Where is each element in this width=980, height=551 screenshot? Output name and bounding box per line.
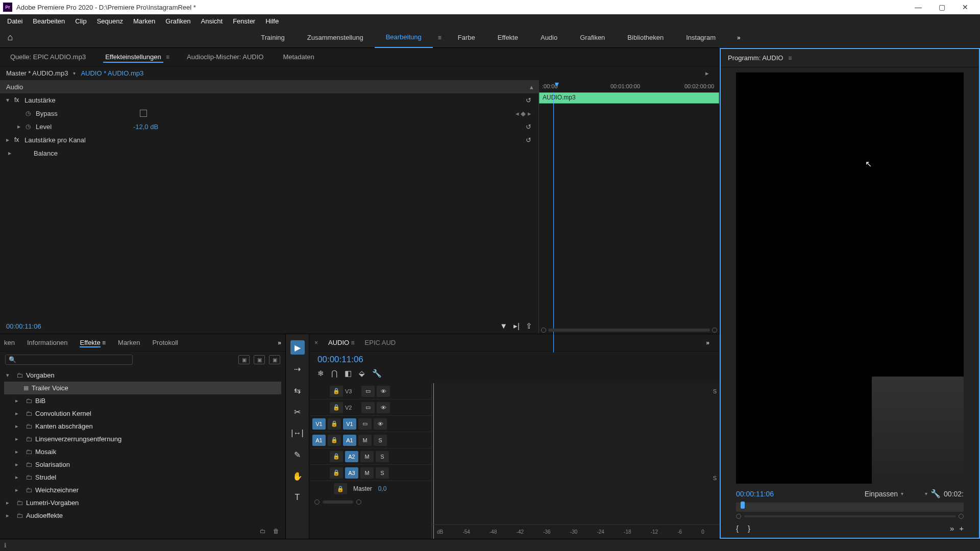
zoom-handle-right[interactable] [356,499,361,505]
eye-icon[interactable]: 👁 [374,418,387,430]
tree-bib[interactable]: ▸🗀BiB [4,394,281,407]
ws-instagram[interactable]: Instagram [675,28,727,48]
zoom-handle-right[interactable] [712,328,717,333]
source-patch-v1[interactable]: V1 [312,418,326,430]
menu-grafiken[interactable]: Grafiken [160,17,195,25]
tab-menu-icon[interactable]: ≡ [166,54,169,61]
program-scrubber[interactable] [736,503,964,512]
linked-selection-icon[interactable]: ◧ [345,369,352,378]
ws-training[interactable]: Training [250,28,296,48]
ec-row-balance[interactable]: ▸ Balance [0,146,538,160]
new-bin-icon[interactable]: 🗀 [260,528,266,535]
menu-hilfe[interactable]: Hilfe [260,17,284,25]
stopwatch-icon[interactable]: ◷ [26,123,36,130]
tree-linsen[interactable]: ▸🗀Linsenverzerrungsentfernung [4,433,281,445]
menu-datei[interactable]: Datei [2,17,28,25]
playhead-icon[interactable]: ▼ [553,80,560,88]
selection-tool-icon[interactable]: ▶ [290,340,305,355]
wrench-icon[interactable]: 🔧 [930,489,941,498]
track-v1[interactable]: V1 🔒 V1 ▭ 👁 [309,416,431,432]
playhead-line[interactable] [433,383,434,539]
play-icon[interactable]: ▸ [705,69,709,77]
track-master[interactable]: 🔒 Master 0,0 [309,481,431,496]
tree-convolution[interactable]: ▸🗀Convolution Kernel [4,407,281,420]
hand-tool-icon[interactable]: ✋ [290,469,305,483]
tabs-overflow-icon[interactable]: » [706,339,715,346]
track-a3[interactable]: 🔒 A3 M S [309,465,431,481]
ws-menu-icon[interactable]: ≡ [433,34,447,41]
delete-icon[interactable]: 🗑 [273,528,279,535]
ec-mini-timeline[interactable]: :00:00 00:01:00:00 00:02:00:00 ▼ AUDIO.m… [538,80,719,334]
tree-lumetri[interactable]: ▸🗀Lumetri-Vorgaben [4,496,281,509]
tree-trailer-voice[interactable]: ▦Trailer Voice [4,382,281,394]
ec-row-lautstaerke[interactable]: ▾ fx Lautstärke ↺ [0,93,538,107]
mute-button[interactable]: M [358,435,372,446]
maximize-button[interactable]: ▢ [930,0,953,14]
tree-kanten[interactable]: ▸🗀Kanten abschrägen [4,420,281,433]
tab-menu-icon[interactable]: ≡ [351,339,355,346]
timeline-tab-audio[interactable]: AUDIO [328,339,349,346]
marker-icon[interactable]: ⬙ [359,369,365,378]
chevron-down-icon[interactable]: ▾ [901,491,903,496]
track-select-tool-icon[interactable]: ⇢ [290,362,305,376]
master-value[interactable]: 0,0 [378,485,387,492]
track-target-v1[interactable]: V1 [343,418,356,430]
expand-icon[interactable]: ▸ [8,149,16,157]
solo-button[interactable]: S [376,451,389,462]
lock-icon[interactable]: 🔒 [330,386,343,397]
tree-weichzeichner[interactable]: ▸🗀Weichzeichner [4,484,281,496]
effects-search[interactable]: 🔍 [5,355,133,365]
bypass-checkbox[interactable] [140,110,147,117]
close-button[interactable]: ✕ [953,0,977,14]
program-viewer[interactable]: ↖ [736,72,964,484]
yuv-badge-icon[interactable]: ▣ [269,355,280,364]
expand-icon[interactable]: ▾ [6,96,14,104]
tab-source[interactable]: Quelle: EPIC AUDIO.mp3 [8,52,88,62]
lock-icon[interactable]: 🔒 [330,467,343,479]
settings-icon[interactable]: 🔧 [372,369,382,378]
tab-truncated[interactable]: ken [4,339,15,346]
track-target-a1[interactable]: A1 [343,435,356,446]
solo-button[interactable]: S [376,467,389,479]
zoom-handle[interactable] [959,514,964,519]
slip-tool-icon[interactable]: |↔| [290,426,305,440]
ws-overflow-icon[interactable]: » [727,34,751,41]
keyframe-nav[interactable]: ◂ ◆ ▸ [516,110,531,117]
ec-zoom-scrollbar[interactable] [539,327,719,334]
type-tool-icon[interactable]: T [290,490,305,505]
tab-protokoll[interactable]: Protokoll [152,339,178,346]
tab-marken[interactable]: Marken [118,339,140,346]
mute-button[interactable]: M [360,467,374,479]
ripple-edit-tool-icon[interactable]: ⇆ [290,383,305,397]
32bit-badge-icon[interactable]: ▣ [254,355,265,364]
ec-level-value[interactable]: -12,0 dB [133,123,158,131]
tree-mosaik[interactable]: ▸🗀Mosaik [4,445,281,458]
eye-icon[interactable]: 👁 [377,402,390,413]
toggle-output-icon[interactable]: ▭ [361,386,375,397]
tab-metadata[interactable]: Metadaten [281,52,316,62]
export-icon[interactable]: ⇪ [526,321,532,331]
timeline-content[interactable]: S S dB -54 -48 -42 -36 -30 -24 - [432,383,720,539]
reset-icon[interactable]: ↺ [526,123,531,131]
tree-vorgaben[interactable]: ▾🗀Vorgaben [4,369,281,382]
accelerated-badge-icon[interactable]: ▣ [238,355,250,364]
ec-clip-bar[interactable]: AUDIO.mp3 [539,92,719,104]
menu-clip[interactable]: Clip [70,17,91,25]
add-button-icon[interactable]: + [959,524,964,533]
snapping-icon[interactable]: ❄ [317,369,324,378]
track-target-a3[interactable]: A3 [345,467,358,479]
menu-sequenz[interactable]: Sequenz [92,17,128,25]
expand-icon[interactable]: ▸ [6,136,14,143]
play-only-icon[interactable]: ▸| [513,321,520,331]
ec-master-label[interactable]: Master * AUDIO.mp3 [6,69,68,77]
lock-icon[interactable]: 🔒 [330,451,343,462]
eye-icon[interactable]: 👁 [377,386,390,397]
fit-dropdown[interactable]: Einpassen [865,490,898,498]
reset-icon[interactable]: ↺ [526,136,531,144]
zoom-handle-left[interactable] [541,328,546,333]
lock-icon[interactable]: 🔒 [328,418,341,430]
chevron-down-icon[interactable]: ▾ [73,70,76,76]
magnet-icon[interactable]: ⋂ [331,369,337,378]
reset-icon[interactable]: ↺ [526,96,531,104]
quality-dropdown-icon[interactable]: ▾ [925,491,927,496]
